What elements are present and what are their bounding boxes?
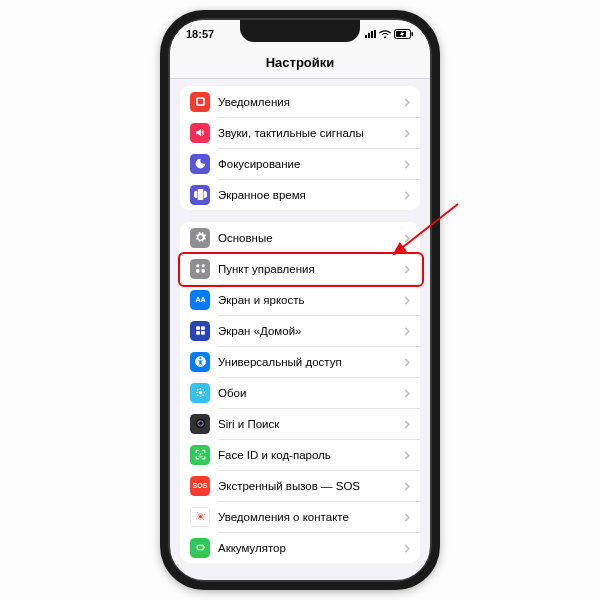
row-battery[interactable]: Аккумулятор: [180, 532, 420, 563]
chevron-right-icon: [404, 539, 410, 557]
row-label: Аккумулятор: [218, 542, 404, 554]
row-notifications[interactable]: Уведомления: [180, 86, 420, 117]
row-faceid[interactable]: Face ID и код-пароль: [180, 439, 420, 470]
row-label: Уведомления: [218, 96, 404, 108]
chevron-right-icon: [404, 124, 410, 142]
svg-rect-38: [197, 546, 202, 549]
svg-point-32: [197, 512, 198, 513]
chevron-right-icon: [404, 260, 410, 278]
svg-rect-13: [201, 331, 205, 335]
cellular-icon: [365, 30, 376, 38]
row-controlcenter[interactable]: Пункт управления: [180, 253, 420, 284]
sos-icon: SOS: [190, 476, 210, 496]
svg-point-19: [195, 392, 197, 394]
row-label: Обои: [218, 387, 404, 399]
chevron-right-icon: [404, 477, 410, 495]
notifications-icon: [190, 92, 210, 112]
row-label: Экранное время: [218, 189, 404, 201]
svg-point-25: [195, 419, 205, 429]
chevron-right-icon: [404, 155, 410, 173]
svg-point-20: [203, 392, 205, 394]
general-icon: [190, 228, 210, 248]
svg-rect-7: [196, 269, 199, 273]
chevron-right-icon: [404, 508, 410, 526]
svg-point-21: [196, 389, 198, 391]
row-screentime[interactable]: Экранное время: [180, 179, 420, 210]
row-exposure[interactable]: Уведомления о контакте: [180, 501, 420, 532]
chevron-right-icon: [404, 93, 410, 111]
svg-rect-10: [196, 326, 200, 330]
svg-point-16: [198, 391, 201, 394]
row-label: Экстренный вызов — SOS: [218, 480, 404, 492]
focus-icon: [190, 154, 210, 174]
chevron-right-icon: [404, 186, 410, 204]
row-sos[interactable]: SOSЭкстренный вызов — SOS: [180, 470, 420, 501]
settings-list[interactable]: УведомленияЗвуки, тактильные сигналыФоку…: [170, 78, 430, 580]
svg-point-15: [199, 357, 201, 359]
row-focus[interactable]: Фокусирование: [180, 148, 420, 179]
chevron-right-icon: [404, 291, 410, 309]
wallpaper-icon: [190, 383, 210, 403]
chevron-right-icon: [404, 415, 410, 433]
svg-rect-2: [412, 32, 414, 36]
accessibility-icon: [190, 352, 210, 372]
chevron-right-icon: [404, 322, 410, 340]
phone-frame: 18:57 Настройки УведомленияЗвуки, тактил…: [160, 10, 440, 590]
chevron-right-icon: [404, 229, 410, 247]
row-accessibility[interactable]: Универсальный доступ: [180, 346, 420, 377]
controlcenter-icon: [190, 259, 210, 279]
svg-point-18: [199, 395, 201, 397]
row-label: Экран и яркость: [218, 294, 404, 306]
svg-point-34: [196, 518, 197, 519]
svg-point-31: [198, 515, 201, 518]
page-title: Настройки: [266, 55, 335, 70]
svg-point-5: [196, 264, 199, 267]
svg-rect-37: [203, 546, 204, 548]
row-label: Siri и Поиск: [218, 418, 404, 430]
chevron-right-icon: [404, 353, 410, 371]
settings-group-0: УведомленияЗвуки, тактильные сигналыФоку…: [180, 86, 420, 210]
svg-point-29: [201, 453, 202, 454]
sounds-icon: [190, 123, 210, 143]
faceid-icon: [190, 445, 210, 465]
svg-point-6: [201, 264, 204, 267]
row-label: Экран «Домой»: [218, 325, 404, 337]
row-sounds[interactable]: Звуки, тактильные сигналы: [180, 117, 420, 148]
svg-rect-11: [201, 326, 205, 330]
chevron-right-icon: [404, 446, 410, 464]
row-siri[interactable]: Siri и Поиск: [180, 408, 420, 439]
nav-header: Настройки: [170, 48, 430, 79]
row-label: Основные: [218, 232, 404, 244]
row-general[interactable]: Основные: [180, 222, 420, 253]
siri-icon: [190, 414, 210, 434]
svg-point-28: [198, 453, 199, 454]
svg-text:AA: AA: [195, 296, 205, 303]
notch: [240, 20, 360, 42]
row-label: Face ID и код-пароль: [218, 449, 404, 461]
svg-point-23: [196, 394, 198, 396]
display-icon: AA: [190, 290, 210, 310]
battery-icon: [394, 29, 414, 39]
row-homescreen[interactable]: Экран «Домой»: [180, 315, 420, 346]
status-indicators: [365, 29, 414, 39]
wifi-icon: [379, 30, 391, 39]
svg-point-33: [203, 514, 204, 515]
svg-point-35: [203, 519, 204, 520]
row-label: Пункт управления: [218, 263, 404, 275]
row-display[interactable]: AAЭкран и яркость: [180, 284, 420, 315]
battery-icon: [190, 538, 210, 558]
screen: 18:57 Настройки УведомленияЗвуки, тактил…: [170, 20, 430, 580]
row-label: Универсальный доступ: [218, 356, 404, 368]
svg-rect-12: [196, 331, 200, 335]
svg-rect-4: [197, 99, 202, 104]
row-label: Звуки, тактильные сигналы: [218, 127, 404, 139]
row-wallpaper[interactable]: Обои: [180, 377, 420, 408]
svg-rect-8: [201, 269, 204, 273]
settings-group-1: ОсновныеПункт управленияAAЭкран и яркост…: [180, 222, 420, 563]
row-label: Уведомления о контакте: [218, 511, 404, 523]
svg-point-17: [199, 388, 201, 390]
screentime-icon: [190, 185, 210, 205]
svg-point-22: [202, 389, 204, 391]
status-time: 18:57: [186, 28, 214, 40]
row-label: Фокусирование: [218, 158, 404, 170]
